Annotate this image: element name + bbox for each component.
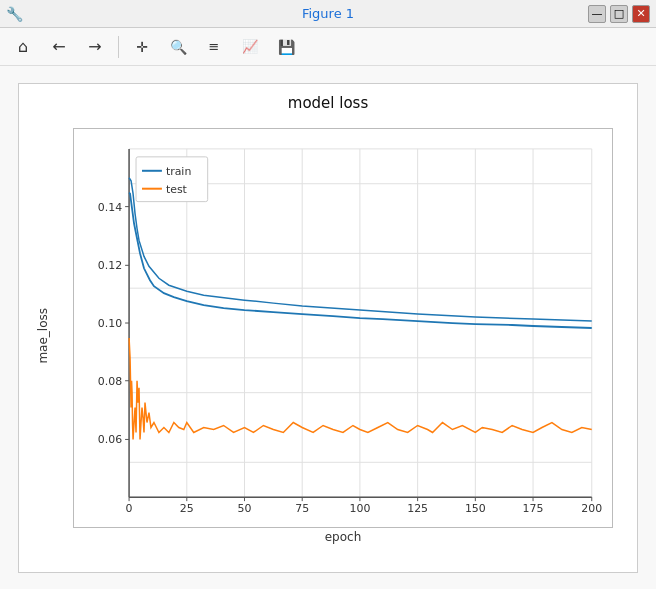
svg-text:25: 25 — [180, 502, 194, 515]
svg-text:0.08: 0.08 — [98, 374, 122, 387]
window-title: Figure 1 — [0, 6, 656, 21]
svg-text:200: 200 — [581, 502, 602, 515]
chart-title: model loss — [288, 94, 368, 112]
svg-text:100: 100 — [349, 502, 370, 515]
pan-button[interactable]: ✛ — [127, 33, 157, 61]
svg-text:175: 175 — [523, 502, 544, 515]
close-button[interactable]: ✕ — [632, 5, 650, 23]
chart-svg: 0.06 0.08 0.10 0.12 0.14 0 25 — [73, 128, 613, 528]
minimize-button[interactable]: — — [588, 5, 606, 23]
title-bar: 🔧 Figure 1 — □ ✕ — [0, 0, 656, 28]
toolbar-separator-1 — [118, 36, 119, 58]
svg-text:train: train — [166, 164, 191, 177]
svg-text:0.06: 0.06 — [98, 433, 122, 446]
svg-text:0: 0 — [126, 502, 133, 515]
forward-button[interactable]: → — [80, 33, 110, 61]
chart-container: model loss mae_loss — [0, 66, 656, 589]
toolbar: ⌂ ← → ✛ 🔍 ≡ 📈 💾 — [0, 28, 656, 66]
edit-curves-button[interactable]: 📈 — [235, 33, 265, 61]
svg-text:150: 150 — [465, 502, 486, 515]
configure-button[interactable]: ≡ — [199, 33, 229, 61]
svg-text:125: 125 — [407, 502, 428, 515]
svg-text:0.12: 0.12 — [98, 259, 122, 272]
chart-outer: model loss mae_loss — [18, 83, 638, 573]
title-bar-left: 🔧 — [6, 6, 23, 22]
maximize-button[interactable]: □ — [610, 5, 628, 23]
zoom-button[interactable]: 🔍 — [163, 33, 193, 61]
svg-text:0.10: 0.10 — [98, 317, 122, 330]
svg-text:50: 50 — [238, 502, 252, 515]
title-bar-controls: — □ ✕ — [588, 5, 650, 23]
svg-text:0.14: 0.14 — [98, 200, 122, 213]
svg-text:75: 75 — [295, 502, 309, 515]
y-axis-label: mae_loss — [36, 308, 50, 364]
back-button[interactable]: ← — [44, 33, 74, 61]
app-icon: 🔧 — [6, 6, 23, 22]
x-axis-label: epoch — [325, 530, 362, 544]
save-file-button[interactable]: 💾 — [271, 33, 301, 61]
svg-text:test: test — [166, 182, 188, 195]
home-button[interactable]: ⌂ — [8, 33, 38, 61]
